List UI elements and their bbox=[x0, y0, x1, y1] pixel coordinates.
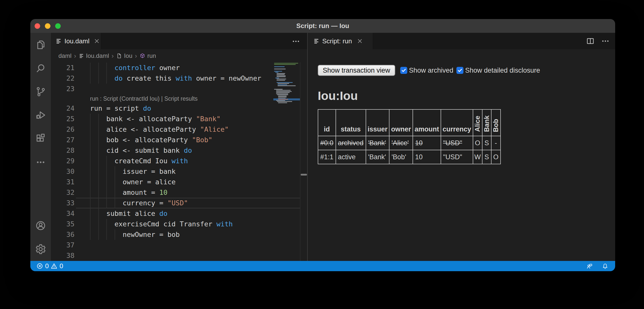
breadcrumb-item-run[interactable]: run bbox=[139, 52, 156, 59]
code-editor[interactable]: 21 controller owner22 do create this wit… bbox=[51, 62, 307, 261]
code-line: 32 amount = 10 bbox=[51, 187, 307, 198]
account-icon bbox=[35, 220, 46, 231]
activity-bar-item-run-debug[interactable] bbox=[30, 103, 51, 127]
minimap-line bbox=[277, 75, 286, 76]
breadcrumb-item-iou-daml[interactable]: Iou.daml bbox=[79, 52, 109, 59]
code-text: exerciseCmd cid Transfer with bbox=[90, 219, 233, 229]
column-header-amount: amount bbox=[413, 109, 441, 136]
cell-party-alice: O bbox=[473, 136, 482, 150]
close-tab-icon[interactable] bbox=[356, 37, 364, 45]
code-text: createCmd Iou with bbox=[90, 156, 188, 166]
minimap-line bbox=[278, 96, 287, 96]
activity-bar-item-source-control[interactable] bbox=[30, 80, 51, 103]
source-control-icon bbox=[35, 86, 46, 97]
breadcrumb-item-iou[interactable]: Iou bbox=[116, 52, 132, 59]
scrollbar-thumb[interactable] bbox=[301, 174, 307, 176]
checkbox-label: Show detailed disclosure bbox=[465, 67, 540, 74]
vscode-window: Script: run — Iou Iou.daml daml›Iou.daml… bbox=[30, 19, 615, 271]
column-header-status: status bbox=[336, 109, 366, 136]
tab-iou-daml[interactable]: Iou.daml bbox=[51, 33, 101, 49]
warning-count: 0 bbox=[59, 262, 63, 270]
daml-file-icon bbox=[55, 38, 62, 44]
line-number: 31 bbox=[51, 177, 74, 187]
close-tab-icon[interactable] bbox=[94, 37, 100, 45]
line-number: 32 bbox=[51, 187, 74, 198]
line-number: 36 bbox=[51, 229, 74, 240]
checkbox-show-detailed-disclosure[interactable]: Show detailed disclosure bbox=[456, 67, 540, 74]
line-number: 23 bbox=[51, 84, 74, 94]
feedback-icon[interactable] bbox=[586, 263, 593, 270]
minimap[interactable] bbox=[273, 62, 300, 261]
notifications-bell-icon[interactable] bbox=[602, 263, 609, 270]
error-count: 0 bbox=[45, 262, 49, 270]
column-header-owner: owner bbox=[389, 109, 413, 136]
code-text: run = script do bbox=[90, 103, 151, 114]
code-line: 37 bbox=[51, 240, 307, 250]
ellipsis-icon[interactable] bbox=[601, 37, 610, 45]
codelens[interactable]: run : Script (ContractId Iou) | Script r… bbox=[90, 94, 198, 103]
status-bar: 0 0 bbox=[30, 261, 615, 271]
panel-tab-bar: Script: run bbox=[309, 33, 615, 49]
cell-currency: "USD" bbox=[441, 136, 473, 150]
activity-bar-item-account[interactable] bbox=[30, 214, 51, 237]
minimap-line bbox=[277, 76, 286, 77]
editor-more-actions[interactable] bbox=[292, 37, 300, 46]
activity-bar-item-explorer[interactable] bbox=[30, 33, 51, 56]
cell-party-bank: S bbox=[482, 150, 491, 164]
line-number: 28 bbox=[51, 145, 74, 156]
minimap-line bbox=[277, 74, 285, 75]
window-title: Script: run — Iou bbox=[30, 19, 615, 33]
party-column-header-alice: Alice bbox=[473, 109, 482, 136]
minimap-line bbox=[274, 69, 286, 69]
activity-bar-item-search[interactable] bbox=[30, 56, 51, 80]
column-header-id: id bbox=[318, 109, 336, 136]
checkbox-checked-icon[interactable] bbox=[456, 67, 463, 74]
minimap-line bbox=[274, 64, 296, 65]
activity-bar-item-more[interactable] bbox=[30, 150, 51, 174]
cell-status: archived bbox=[336, 136, 366, 150]
problems-status[interactable]: 0 0 bbox=[36, 262, 63, 270]
contract-row: #1:1active'Bank''Bob'10"USD"WSO bbox=[318, 150, 501, 164]
minimap-line bbox=[274, 63, 298, 64]
show-transaction-view-button[interactable]: Show transaction view bbox=[318, 65, 395, 76]
minimap-line bbox=[278, 85, 296, 86]
line-number: 29 bbox=[51, 156, 74, 166]
code-line: 31 owner = alice bbox=[51, 177, 307, 187]
code-text: newOwner = bob bbox=[90, 229, 180, 240]
minimap-line bbox=[278, 83, 289, 84]
column-header-currency: currency bbox=[441, 109, 473, 136]
activity-bar-item-settings-gear[interactable] bbox=[30, 237, 51, 261]
contract-row: #0:0archived'Bank''Alice'10"USD"OS- bbox=[318, 136, 501, 150]
code-line: 21 controller owner bbox=[51, 63, 307, 73]
line-number: 33 bbox=[51, 198, 74, 208]
daml-file-icon bbox=[313, 38, 320, 44]
cell-id: #0:0 bbox=[318, 136, 336, 150]
minimap-line bbox=[274, 89, 283, 90]
code-text: cid <- submit bank do bbox=[90, 145, 192, 156]
code-text: issuer = bank bbox=[90, 166, 176, 177]
breadcrumb-item-daml[interactable]: daml bbox=[58, 52, 71, 59]
more-icon bbox=[35, 157, 46, 168]
code-line: 22 do create this with owner = newOwner bbox=[51, 73, 307, 84]
activity-bar-item-extensions[interactable] bbox=[30, 127, 51, 150]
tab-script-run[interactable]: Script: run bbox=[309, 33, 373, 49]
code-line: 33 currency = "USD" bbox=[51, 198, 307, 208]
cell-issuer: 'Bank' bbox=[366, 150, 389, 164]
code-line: 38 bbox=[51, 250, 307, 261]
line-number: 30 bbox=[51, 166, 74, 177]
split-editor-icon[interactable] bbox=[586, 37, 595, 45]
checkbox-show-archived[interactable]: Show archived bbox=[400, 67, 453, 74]
checkbox-label: Show archived bbox=[409, 67, 453, 74]
code-text: bob <- allocateParty "Bob" bbox=[90, 135, 212, 145]
line-number: 38 bbox=[51, 250, 74, 261]
code-line: 28 cid <- submit bank do bbox=[51, 145, 307, 156]
cell-party-alice: W bbox=[473, 150, 482, 164]
breadcrumb-separator: › bbox=[112, 52, 114, 60]
title-bar[interactable]: Script: run — Iou bbox=[30, 19, 615, 33]
breadcrumb-separator: › bbox=[74, 52, 76, 60]
checkbox-checked-icon[interactable] bbox=[400, 67, 407, 74]
minimap-line bbox=[278, 84, 287, 85]
minimap-line bbox=[275, 72, 278, 73]
code-text: controller owner bbox=[90, 63, 180, 73]
code-text: bank <- allocateParty "Bank" bbox=[90, 114, 220, 124]
